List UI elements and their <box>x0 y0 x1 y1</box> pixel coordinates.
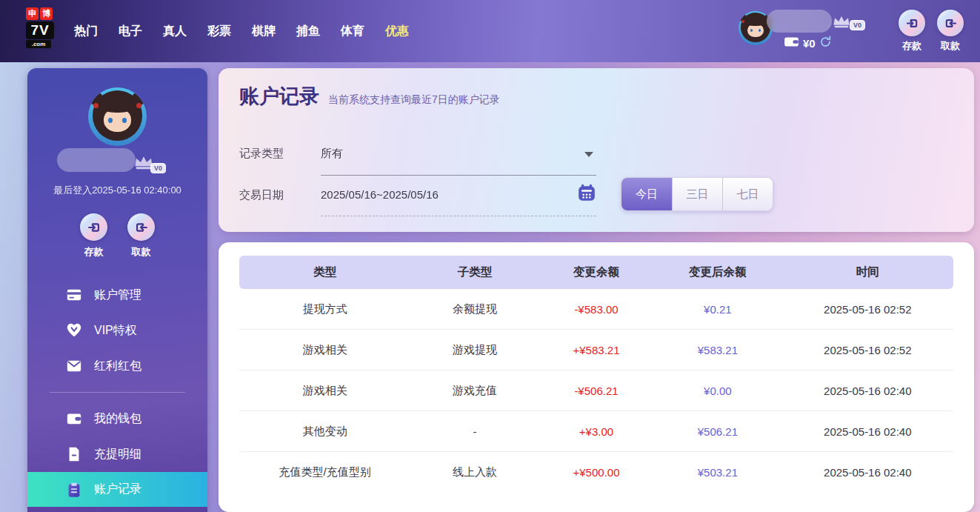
sidebar-divider <box>50 392 185 393</box>
cell-type: 游戏相关 <box>239 384 410 398</box>
records-icon <box>66 482 82 498</box>
cell-subtype: 游戏充值 <box>410 384 539 398</box>
record-type-underline <box>321 175 596 176</box>
statement-icon <box>66 446 82 462</box>
calendar-icon[interactable] <box>577 183 596 202</box>
deposit-button-label[interactable]: 存款 <box>899 39 925 53</box>
sidebar-item-4[interactable]: 我的钱包 <box>27 401 207 436</box>
sidebar-item-6[interactable]: 账户记录 <box>27 472 207 507</box>
vip-crown-icon <box>832 15 851 29</box>
cell-subtype: 游戏提现 <box>410 343 539 357</box>
cell-change: -¥506.21 <box>539 385 653 397</box>
nav-item-4[interactable]: 彩票 <box>207 24 231 39</box>
sidebar-vip-level-badge: V0 <box>150 163 166 173</box>
date-range-underline <box>321 216 596 216</box>
nav-item-2[interactable]: 电子 <box>119 24 142 39</box>
col-header-2: 子类型 <box>410 265 539 280</box>
table-row: 提现方式余额提现-¥583.00¥0.212025-05-16 02:52 <box>239 289 953 330</box>
sidebar-avatar <box>88 87 147 146</box>
nav-item-8[interactable]: 优惠 <box>385 24 409 39</box>
filters-card: 账户记录 当前系统支持查询最近7日的账户记录 记录类型 所有 交易日期 2025… <box>219 68 974 232</box>
sidebar-item-3[interactable]: 红利红包 <box>27 348 207 384</box>
site-logo[interactable]: 申 博 7V .com <box>26 7 69 48</box>
table-row: 游戏相关游戏提现+¥583.21¥583.212025-05-16 02:52 <box>239 330 953 370</box>
nav-item-7[interactable]: 体育 <box>341 24 364 39</box>
sidebar: V0 最后登入2025-05-16 02:40:00 存款 取款 账户管理VIP… <box>27 68 207 512</box>
nav-item-6[interactable]: 捕鱼 <box>296 24 320 39</box>
last-login-text: 最后登入2025-05-16 02:40:00 <box>27 184 207 197</box>
table-row: 其他变动-+¥3.00¥506.212025-05-16 02:40 <box>239 411 953 452</box>
record-type-select[interactable]: 所有 <box>321 147 343 161</box>
cell-subtype: - <box>410 425 539 438</box>
quick-range-1[interactable]: 今日 <box>621 178 672 210</box>
nav-item-3[interactable]: 真人 <box>163 24 187 39</box>
sidebar-item-2[interactable]: VIP特权 <box>27 313 207 348</box>
cell-type: 充值类型/充值型别 <box>239 465 410 479</box>
withdraw-button-label[interactable]: 取款 <box>937 39 964 53</box>
sidebar-item-label: 红利红包 <box>94 359 141 374</box>
cell-time: 2025-05-16 02:40 <box>782 425 953 438</box>
sidebar-item-label: 我的钱包 <box>94 411 141 427</box>
sidebar-item-5[interactable]: 充提明细 <box>27 436 207 472</box>
sidebar-withdraw-button[interactable] <box>127 213 155 241</box>
logo-com: .com <box>26 40 51 48</box>
sidebar-deposit-button[interactable] <box>80 213 107 241</box>
cell-change: -¥583.00 <box>539 303 653 316</box>
cell-subtype: 线上入款 <box>410 465 539 479</box>
col-header-3: 变更余额 <box>539 265 653 280</box>
top-nav: 申 博 7V .com 热门电子真人彩票棋牌捕鱼体育优惠 V0 ¥0 <box>0 0 980 62</box>
table-row: 游戏相关游戏充值-¥506.21¥0.002025-05-16 02:40 <box>239 370 953 411</box>
page-title: 账户记录 <box>239 83 319 110</box>
col-header-1: 类型 <box>239 265 410 280</box>
cell-type: 提现方式 <box>239 302 410 316</box>
cell-time: 2025-05-16 02:52 <box>782 303 953 316</box>
sidebar-username-blurred <box>57 148 136 172</box>
table-header-row: 类型子类型变更余额变更后余额时间 <box>239 256 953 289</box>
sidebar-menu: 账户管理VIP特权红利红包我的钱包充提明细账户记录 <box>27 277 207 507</box>
cell-after: ¥503.21 <box>653 466 782 479</box>
sidebar-withdraw-label[interactable]: 取款 <box>127 245 155 259</box>
col-header-5: 时间 <box>782 265 953 280</box>
record-type-label: 记录类型 <box>239 147 284 161</box>
chevron-down-icon[interactable] <box>584 152 593 157</box>
table-row: 充值类型/充值型别线上入款+¥500.00¥503.212025-05-16 0… <box>239 452 953 493</box>
sidebar-item-label: VIP特权 <box>94 323 137 339</box>
cell-time: 2025-05-16 02:40 <box>782 385 953 397</box>
account-records-page: 申 博 7V .com 热门电子真人彩票棋牌捕鱼体育优惠 V0 ¥0 <box>0 0 980 512</box>
cell-subtype: 余额提现 <box>410 302 539 316</box>
sidebar-item-label: 账户管理 <box>94 287 141 303</box>
nav-item-5[interactable]: 棋牌 <box>252 24 276 39</box>
logo-badge-bo: 博 <box>40 7 53 20</box>
quick-range-2[interactable]: 三日 <box>672 178 722 210</box>
quick-range-3[interactable]: 七日 <box>722 178 773 210</box>
quick-range-group: 今日三日七日 <box>621 177 773 211</box>
nav-menu: 热门电子真人彩票棋牌捕鱼体育优惠 <box>74 0 409 62</box>
sidebar-item-label: 账户记录 <box>94 482 141 497</box>
records-table-card: 类型子类型变更余额变更后余额时间 提现方式余额提现-¥583.00¥0.2120… <box>219 242 974 512</box>
sidebar-item-label: 充提明细 <box>94 447 141 462</box>
balance-amount: ¥0 <box>803 37 816 50</box>
refresh-balance-icon[interactable] <box>819 36 832 51</box>
cell-change: +¥583.21 <box>539 344 653 356</box>
cell-after: ¥0.21 <box>653 303 782 316</box>
cell-time: 2025-05-16 02:52 <box>782 344 953 356</box>
cell-change: +¥3.00 <box>539 425 653 438</box>
date-range-input[interactable]: 2025/05/16~2025/05/16 <box>321 188 439 201</box>
nav-item-1[interactable]: 热门 <box>74 24 98 39</box>
sidebar-deposit-label[interactable]: 存款 <box>80 245 107 259</box>
vip-level-badge: V0 <box>850 20 865 30</box>
sidebar-item-1[interactable]: 账户管理 <box>27 277 207 313</box>
cell-after: ¥0.00 <box>653 385 782 397</box>
cell-after: ¥583.21 <box>653 344 782 356</box>
nav-user-area: V0 ¥0 存款 取款 <box>713 0 980 62</box>
page-header: 账户记录 当前系统支持查询最近7日的账户记录 <box>239 83 500 110</box>
username-blurred <box>767 10 832 33</box>
logo-7v: 7V <box>26 21 54 39</box>
withdraw-button[interactable] <box>937 10 964 36</box>
deposit-button[interactable] <box>899 10 925 36</box>
cell-type: 游戏相关 <box>239 343 410 357</box>
cell-change: +¥500.00 <box>539 466 653 479</box>
vip-heart-icon <box>66 322 82 339</box>
col-header-4: 变更后余额 <box>653 265 782 280</box>
wallet-icon <box>784 36 799 50</box>
